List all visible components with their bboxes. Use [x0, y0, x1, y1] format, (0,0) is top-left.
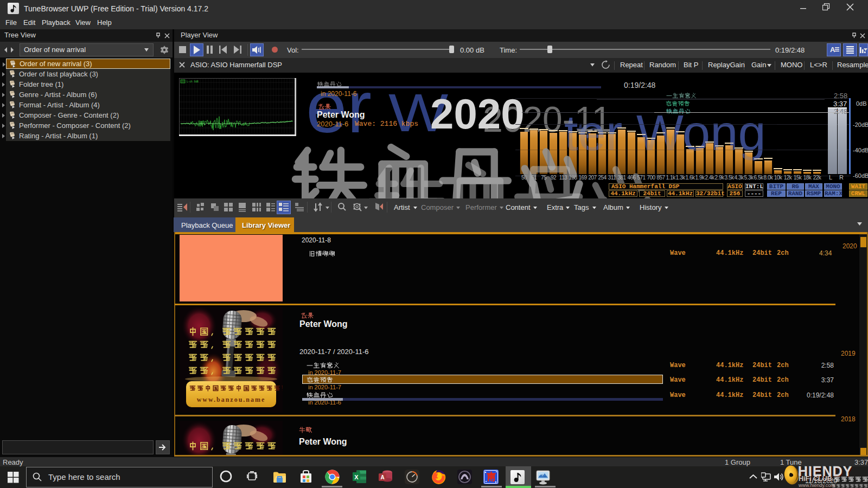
svg-text:L-ch 0dB: L-ch 0dB	[187, 80, 199, 83]
svg-text:www.banzou.name: www.banzou.name	[197, 396, 266, 403]
svg-text:A: A	[380, 474, 384, 480]
svg-text:X: X	[354, 474, 359, 480]
